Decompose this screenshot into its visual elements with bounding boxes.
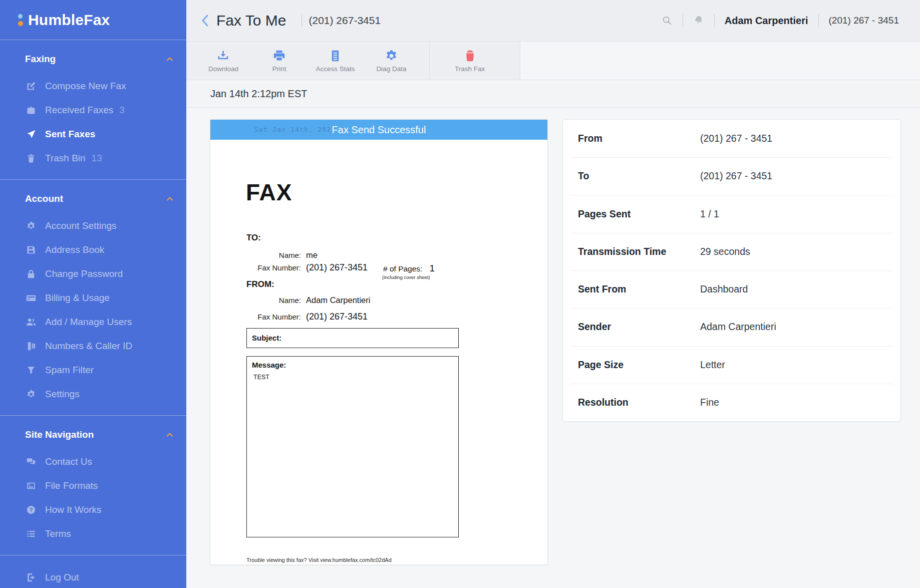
toolbar-button-label: Print xyxy=(272,65,286,73)
detail-row-transmission-time: Transmission Time 29 seconds xyxy=(563,233,900,270)
sidebar-item-file-formats[interactable]: File Formats xyxy=(0,474,186,498)
page-title: Fax To Me xyxy=(216,12,286,29)
lock-icon xyxy=(26,269,36,279)
sidebar-section-faxing: Faxing Compose New Fax Received Faxes 3 … xyxy=(0,40,186,180)
app-logo[interactable]: HumbleFax xyxy=(0,0,186,40)
search-button[interactable] xyxy=(659,12,676,29)
detail-row-sender: Sender Adam Carpentieri xyxy=(563,308,900,346)
inbox-icon xyxy=(26,105,36,115)
field-label: # of Pages: xyxy=(383,264,422,273)
sidebar-item-label: Numbers & Caller ID xyxy=(45,341,132,352)
sidebar-item-label: File Formats xyxy=(45,480,98,491)
sidebar-item-label: How It Works xyxy=(45,504,102,515)
gear-icon xyxy=(26,389,36,399)
toolbar-button-label: Download xyxy=(208,65,238,73)
bell-icon xyxy=(693,15,705,27)
fax-preview-card: Sat Jan 14th, 2023 2: Fax Send Successfu… xyxy=(210,119,548,565)
sidebar-item-trash-bin[interactable]: Trash Bin 13 xyxy=(0,146,186,170)
download-button[interactable]: Download xyxy=(195,42,251,80)
sidebar-section-header-site-navigation[interactable]: Site Navigation xyxy=(0,428,186,442)
header-right: Adam Carpentieri (201) 267 - 3451 xyxy=(659,12,899,29)
sidebar-item-how-it-works[interactable]: ? How It Works xyxy=(0,498,186,522)
credit-card-icon xyxy=(26,293,36,303)
sidebar-item-address-book[interactable]: Address Book xyxy=(0,238,186,262)
sidebar-item-compose-new-fax[interactable]: Compose New Fax xyxy=(0,74,186,98)
detail-label: Pages Sent xyxy=(578,208,631,220)
toolbar-button-label: Diag Data xyxy=(376,65,406,73)
fax-to-heading: TO: xyxy=(246,233,261,243)
sidebar-item-numbers-caller-id[interactable]: Numbers & Caller ID xyxy=(0,334,186,358)
fax-to-number: (201) 267-3451 xyxy=(306,262,368,273)
gear-icon xyxy=(26,221,36,231)
sidebar-section-header-account[interactable]: Account xyxy=(0,192,186,206)
fax-timestamp: Jan 14th 2:12pm EST xyxy=(210,88,307,100)
fax-to-number-row: Fax Number: (201) 267-3451 xyxy=(230,262,368,273)
section-label: Site Navigation xyxy=(25,429,94,440)
sidebar-item-sent-faxes[interactable]: Sent Faxes xyxy=(0,122,186,146)
sidebar-item-spam-filter[interactable]: Spam Filter xyxy=(0,358,186,382)
detail-value: 29 seconds xyxy=(700,246,750,257)
sidebar-section-header-faxing[interactable]: Faxing xyxy=(0,52,186,66)
list-icon xyxy=(26,529,36,539)
chat-icon xyxy=(26,457,36,467)
funnel-icon xyxy=(26,365,36,375)
question-icon: ? xyxy=(26,505,36,515)
detail-row-resolution: Resolution Fine xyxy=(563,384,900,421)
sidebar-item-label: Sent Faxes xyxy=(45,129,95,140)
detail-row-to: To (201) 267 - 3451 xyxy=(563,157,900,195)
detail-label: Sender xyxy=(578,321,611,333)
fax-number-subtitle: (201) 267-3451 xyxy=(309,15,381,27)
diag-data-button[interactable]: Diag Data xyxy=(363,42,419,80)
sidebar-item-change-password[interactable]: Change Password xyxy=(0,262,186,286)
sidebar: HumbleFax Faxing Compose New Fax Receive… xyxy=(0,0,186,588)
fax-pages-note: (including cover sheet) xyxy=(382,274,430,280)
fax-from-heading: FROM: xyxy=(246,279,274,289)
fax-footer-note: Trouble viewing this fax? Visit view.hum… xyxy=(246,557,392,563)
main-area: Fax To Me (201) 267-3451 Adam Carpentier… xyxy=(186,0,920,588)
humblefax-app: HumbleFax Faxing Compose New Fax Receive… xyxy=(0,0,920,588)
user-name[interactable]: Adam Carpentieri xyxy=(725,15,808,27)
sidebar-section-account: Account Account Settings Address Book Ch… xyxy=(0,180,186,416)
top-header: Fax To Me (201) 267-3451 Adam Carpentier… xyxy=(186,0,920,42)
fax-document-page[interactable]: FAX TO: Name: me Fax Number: (201) 267-3… xyxy=(210,140,547,564)
back-button[interactable] xyxy=(196,11,213,31)
chevron-up-icon xyxy=(166,56,173,63)
field-label: Name: xyxy=(230,251,301,259)
sidebar-item-contact-us[interactable]: Contact Us xyxy=(0,450,186,474)
sidebar-item-add-manage-users[interactable]: Add / Manage Users xyxy=(0,310,186,334)
fax-from-number-row: Fax Number: (201) 267-3451 xyxy=(230,312,368,322)
field-label: Fax Number: xyxy=(230,313,301,321)
trash-fax-button[interactable]: Trash Fax xyxy=(430,42,510,80)
detail-row-sent-from: Sent From Dashboard xyxy=(563,270,900,308)
sidebar-item-account-settings[interactable]: Account Settings xyxy=(0,214,186,238)
detail-label: From xyxy=(578,133,602,144)
sidebar-item-received-faxes[interactable]: Received Faxes 3 xyxy=(0,98,186,122)
fax-from-number: (201) 267-3451 xyxy=(306,312,368,322)
chevron-left-icon xyxy=(199,13,211,28)
print-button[interactable]: Print xyxy=(251,42,308,80)
logout-icon xyxy=(26,572,36,582)
sidebar-item-label: Address Book xyxy=(45,244,104,255)
notifications-button[interactable] xyxy=(690,12,707,29)
sidebar-item-settings[interactable]: Settings xyxy=(0,382,186,406)
access-stats-button[interactable]: Access Stats xyxy=(308,42,364,80)
detail-label: Transmission Time xyxy=(578,246,666,257)
trash-icon xyxy=(26,153,36,163)
sidebar-item-terms[interactable]: Terms xyxy=(0,522,186,546)
sidebar-item-label: Contact Us xyxy=(45,456,92,467)
section-label: Faxing xyxy=(25,54,56,64)
detail-value: 1 / 1 xyxy=(700,208,719,220)
fax-from-name: Adam Carpentieri xyxy=(306,296,370,305)
toolbar-spacer xyxy=(510,42,520,80)
detail-label: To xyxy=(578,170,589,182)
sidebar-item-label: Received Faxes xyxy=(45,105,113,116)
sidebar-item-label: Compose New Fax xyxy=(45,81,126,92)
detail-value: Fine xyxy=(700,397,719,408)
divider xyxy=(714,14,715,27)
fax-details-card: From (201) 267 - 3451 To (201) 267 - 345… xyxy=(562,119,901,422)
search-icon xyxy=(662,15,673,26)
sidebar-item-billing-usage[interactable]: Billing & Usage xyxy=(0,286,186,310)
field-label: Fax Number: xyxy=(230,263,301,272)
sidebar-item-log-out[interactable]: Log Out xyxy=(0,565,186,588)
chevron-up-icon xyxy=(166,431,173,438)
